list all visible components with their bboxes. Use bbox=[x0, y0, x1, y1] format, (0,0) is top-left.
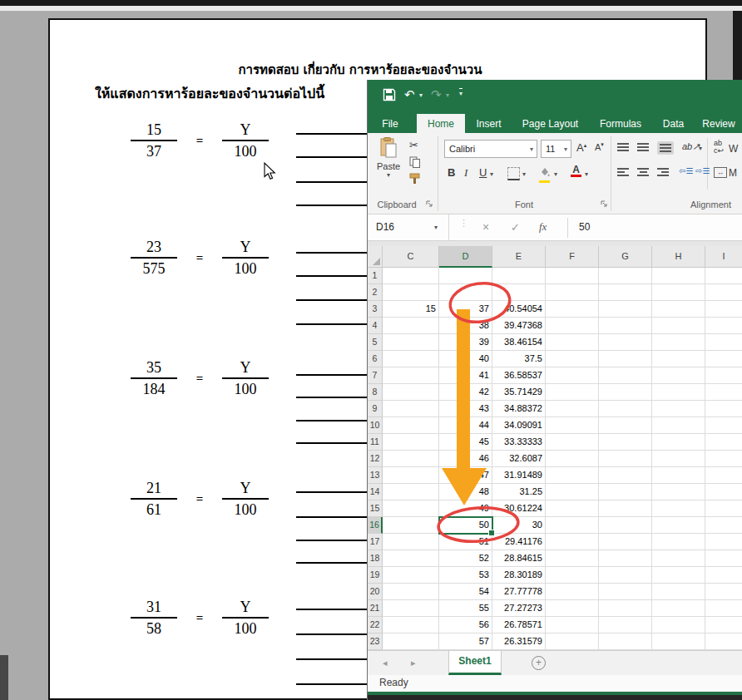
cell-H18[interactable] bbox=[652, 550, 705, 567]
cell-H7[interactable] bbox=[652, 367, 705, 384]
cell-G8[interactable] bbox=[599, 384, 652, 401]
grow-font-button[interactable]: A▴ bbox=[576, 141, 586, 154]
cell-I22[interactable] bbox=[705, 617, 742, 633]
cell-C14[interactable] bbox=[383, 484, 439, 500]
tab-review[interactable]: Review bbox=[699, 114, 739, 133]
cell-F6[interactable] bbox=[546, 351, 599, 367]
cell-E16[interactable]: 30 bbox=[492, 517, 546, 534]
cell-G23[interactable] bbox=[599, 633, 652, 650]
select-all-corner[interactable] bbox=[368, 246, 383, 268]
tab-file[interactable]: File bbox=[374, 114, 406, 133]
cell-I19[interactable] bbox=[705, 567, 742, 584]
row-header-8[interactable]: 8 bbox=[368, 384, 383, 401]
cell-D14[interactable]: 48 bbox=[439, 484, 492, 500]
cell-F3[interactable] bbox=[546, 301, 599, 318]
undo-caret-icon[interactable]: ▾ bbox=[419, 91, 423, 99]
cell-I10[interactable] bbox=[705, 417, 742, 434]
cell-C3[interactable]: 15 bbox=[383, 301, 439, 318]
cell-D10[interactable]: 44 bbox=[439, 417, 492, 434]
redo-caret-icon[interactable]: ▾ bbox=[446, 91, 449, 99]
shrink-font-button[interactable]: A▾ bbox=[595, 141, 604, 152]
column-header-C[interactable]: C bbox=[383, 246, 439, 268]
paste-button[interactable]: Paste ▾ bbox=[373, 137, 404, 179]
row-header-5[interactable]: 5 bbox=[368, 334, 383, 351]
cell-D3[interactable]: 37 bbox=[439, 301, 492, 318]
cell-D13[interactable]: 47 bbox=[439, 467, 492, 484]
cell-E9[interactable]: 34.88372 bbox=[492, 401, 546, 417]
active-cell-selection-d16[interactable] bbox=[438, 516, 493, 535]
cell-G2[interactable] bbox=[599, 284, 652, 301]
cell-D1[interactable] bbox=[439, 268, 492, 284]
cell-G4[interactable] bbox=[599, 318, 652, 334]
cell-F23[interactable] bbox=[546, 633, 599, 650]
cell-C9[interactable] bbox=[383, 401, 439, 417]
cell-C7[interactable] bbox=[383, 367, 439, 384]
borders-button[interactable] bbox=[507, 167, 520, 180]
add-sheet-button[interactable]: + bbox=[532, 656, 546, 670]
align-center-button[interactable] bbox=[637, 168, 649, 176]
column-header-G[interactable]: G bbox=[599, 246, 652, 268]
fill-handle[interactable] bbox=[488, 530, 495, 536]
cell-F10[interactable] bbox=[546, 417, 599, 434]
cell-I6[interactable] bbox=[705, 351, 742, 367]
customize-qat-icon[interactable]: ▾ bbox=[459, 88, 463, 97]
cell-H19[interactable] bbox=[652, 567, 705, 584]
cell-G12[interactable] bbox=[599, 451, 652, 467]
sheet-tab-sheet1[interactable]: Sheet1 bbox=[448, 651, 502, 675]
align-right-button[interactable] bbox=[657, 168, 669, 176]
cell-F9[interactable] bbox=[546, 401, 599, 417]
row-header-14[interactable]: 14 bbox=[368, 484, 383, 500]
tab-home[interactable]: Home bbox=[417, 114, 465, 133]
cell-D17[interactable]: 51 bbox=[439, 534, 492, 550]
cell-C10[interactable] bbox=[383, 417, 439, 434]
cell-E14[interactable]: 31.25 bbox=[492, 484, 546, 500]
cell-H11[interactable] bbox=[652, 434, 705, 451]
cell-H15[interactable] bbox=[652, 500, 705, 517]
align-top-button[interactable] bbox=[617, 143, 629, 151]
cell-C15[interactable] bbox=[383, 500, 439, 517]
cell-E6[interactable]: 37.5 bbox=[492, 351, 546, 367]
cell-I20[interactable] bbox=[705, 584, 742, 600]
merge-center-label[interactable]: M bbox=[729, 167, 737, 179]
cell-F12[interactable] bbox=[546, 451, 599, 467]
cell-C17[interactable] bbox=[383, 534, 439, 550]
sheet-nav-prev-icon[interactable]: ◂ bbox=[383, 658, 388, 668]
cell-G17[interactable] bbox=[599, 534, 652, 550]
cell-I11[interactable] bbox=[705, 434, 742, 451]
cell-C19[interactable] bbox=[383, 567, 439, 584]
cell-D6[interactable]: 40 bbox=[439, 351, 492, 367]
cell-E10[interactable]: 34.09091 bbox=[492, 417, 546, 434]
row-header-12[interactable]: 12 bbox=[368, 451, 383, 467]
row-header-11[interactable]: 11 bbox=[368, 434, 383, 451]
cell-D8[interactable]: 42 bbox=[439, 384, 492, 401]
tab-data[interactable]: Data bbox=[656, 114, 690, 133]
cell-I14[interactable] bbox=[705, 484, 742, 500]
cell-F4[interactable] bbox=[546, 318, 599, 334]
cell-E17[interactable]: 29.41176 bbox=[492, 534, 546, 550]
cell-E3[interactable]: 40.54054 bbox=[492, 301, 546, 318]
cell-I15[interactable] bbox=[705, 500, 742, 517]
cell-D5[interactable]: 39 bbox=[439, 334, 492, 351]
cell-I3[interactable] bbox=[705, 301, 742, 318]
increase-indent-button[interactable]: ⇨☰ bbox=[695, 166, 710, 175]
orientation-button[interactable]: ab↗ bbox=[682, 141, 700, 152]
enter-button[interactable]: ✓ bbox=[511, 221, 520, 234]
row-header-13[interactable]: 13 bbox=[368, 467, 383, 484]
fill-color-caret-icon[interactable]: ▾ bbox=[554, 170, 557, 178]
row-header-9[interactable]: 9 bbox=[368, 401, 383, 417]
cell-F7[interactable] bbox=[546, 367, 599, 384]
cell-I17[interactable] bbox=[705, 534, 742, 550]
align-left-button[interactable] bbox=[617, 168, 629, 176]
cell-E8[interactable]: 35.71429 bbox=[492, 384, 546, 401]
cell-C18[interactable] bbox=[383, 550, 439, 567]
cell-I7[interactable] bbox=[705, 367, 742, 384]
cell-C1[interactable] bbox=[383, 268, 439, 284]
cell-H8[interactable] bbox=[652, 384, 705, 401]
tab-formulas[interactable]: Formulas bbox=[594, 114, 647, 133]
cell-G14[interactable] bbox=[599, 484, 652, 500]
cell-G16[interactable] bbox=[599, 517, 652, 534]
cell-I4[interactable] bbox=[705, 318, 742, 334]
cell-H16[interactable] bbox=[652, 517, 705, 534]
cell-C23[interactable] bbox=[383, 633, 439, 650]
cell-H13[interactable] bbox=[652, 467, 705, 484]
